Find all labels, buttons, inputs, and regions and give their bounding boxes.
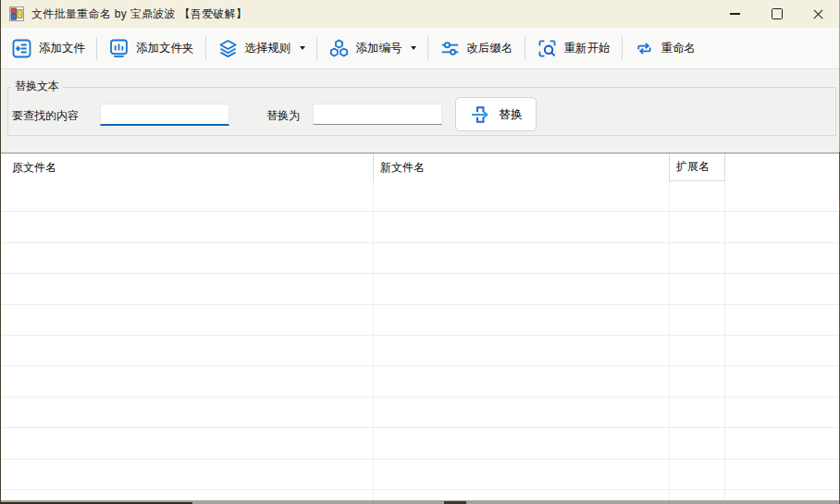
- rename-button[interactable]: 重命名: [625, 34, 705, 63]
- toolbar: 添加文件 添加文件夹 选择规则: [1, 28, 839, 69]
- chevron-down-icon: [411, 46, 416, 50]
- close-button[interactable]: [797, 0, 839, 28]
- restart-button[interactable]: 重新开始: [528, 34, 619, 63]
- toolbar-separator: [622, 37, 623, 60]
- toolbar-separator: [525, 37, 525, 60]
- app-window: 文件批量重命名 by 宝鼎波波 【吾爱破解】 添加文件 添加文件夹: [1, 0, 839, 500]
- maximize-icon: [772, 8, 783, 19]
- table-row: [1, 181, 839, 212]
- find-label: 要查找的内容: [12, 108, 79, 124]
- table-row: [1, 243, 839, 274]
- close-icon: [812, 8, 824, 20]
- column-header-original-name[interactable]: 原文件名: [1, 154, 374, 181]
- replace-arrow-icon: [469, 104, 491, 126]
- table-row: [1, 212, 839, 242]
- replace-button[interactable]: 替换: [455, 97, 537, 131]
- cycle-arrows-icon: [634, 38, 655, 59]
- window-title: 文件批量重命名 by 宝鼎波波 【吾爱破解】: [31, 6, 247, 22]
- table-row: [1, 460, 839, 490]
- toolbar-button-label: 添加编号: [356, 41, 402, 56]
- grid-line: [373, 181, 374, 500]
- toolbar-button-label: 重新开始: [564, 41, 611, 56]
- toolbar-button-label: 添加文件: [39, 41, 85, 56]
- column-header-new-name[interactable]: 新文件名: [374, 154, 670, 181]
- table-row: [1, 366, 839, 397]
- column-header-label: 新文件名: [380, 160, 425, 176]
- toolbar-button-label: 重命名: [661, 41, 697, 56]
- replace-input[interactable]: [313, 104, 442, 125]
- titlebar: 文件批量重命名 by 宝鼎波波 【吾爱破解】: [1, 0, 839, 28]
- file-list-body: [1, 181, 839, 500]
- table-row: [1, 305, 839, 336]
- grid-line: [724, 181, 725, 500]
- layers-icon: [217, 38, 239, 59]
- file-list-header: 原文件名 新文件名 扩展名: [1, 154, 839, 181]
- add-number-button[interactable]: 添加编号: [320, 34, 425, 63]
- sliders-icon: [439, 38, 461, 59]
- column-header-extension[interactable]: 扩展名: [670, 154, 725, 181]
- find-input[interactable]: [100, 104, 229, 126]
- toolbar-button-label: 改后缀名: [467, 41, 513, 56]
- table-row: [1, 274, 839, 304]
- toolbar-separator: [316, 37, 317, 60]
- add-folder-icon: [108, 38, 130, 59]
- toolbar-separator: [205, 37, 206, 60]
- add-folder-button[interactable]: 添加文件夹: [100, 34, 203, 63]
- toolbar-separator: [427, 37, 428, 60]
- table-row: [1, 336, 839, 366]
- chevron-down-icon: [300, 46, 305, 50]
- column-header-blank: [725, 154, 839, 181]
- window-controls: [714, 0, 839, 28]
- add-file-icon: [11, 38, 32, 59]
- groupbox-title: 替换文本: [11, 80, 63, 92]
- toolbar-button-label: 选择规则: [245, 41, 291, 56]
- replace-groupbox: 替换文本 要查找的内容 替换为 替换: [7, 87, 836, 136]
- select-rule-button[interactable]: 选择规则: [209, 34, 314, 63]
- change-extension-button[interactable]: 改后缀名: [431, 34, 522, 63]
- table-row: [1, 398, 839, 428]
- file-list: 原文件名 新文件名 扩展名: [1, 153, 839, 500]
- app-icon: [9, 6, 24, 21]
- scan-search-icon: [537, 38, 558, 59]
- replace-button-label: 替换: [499, 106, 523, 123]
- minimize-icon: [730, 13, 740, 14]
- table-row: [1, 428, 839, 459]
- hexagons-icon: [328, 38, 350, 59]
- add-files-button[interactable]: 添加文件: [3, 34, 93, 63]
- toolbar-separator: [96, 37, 97, 60]
- grid-line: [669, 181, 670, 500]
- minimize-button[interactable]: [714, 0, 756, 28]
- maximize-button[interactable]: [756, 0, 797, 28]
- column-header-label: 扩展名: [676, 159, 710, 175]
- toolbar-button-label: 添加文件夹: [136, 41, 194, 56]
- replace-panel: 替换文本 要查找的内容 替换为 替换: [1, 69, 839, 153]
- table-row: [1, 490, 839, 500]
- column-header-label: 原文件名: [12, 160, 56, 176]
- replace-with-label: 替换为: [266, 108, 300, 124]
